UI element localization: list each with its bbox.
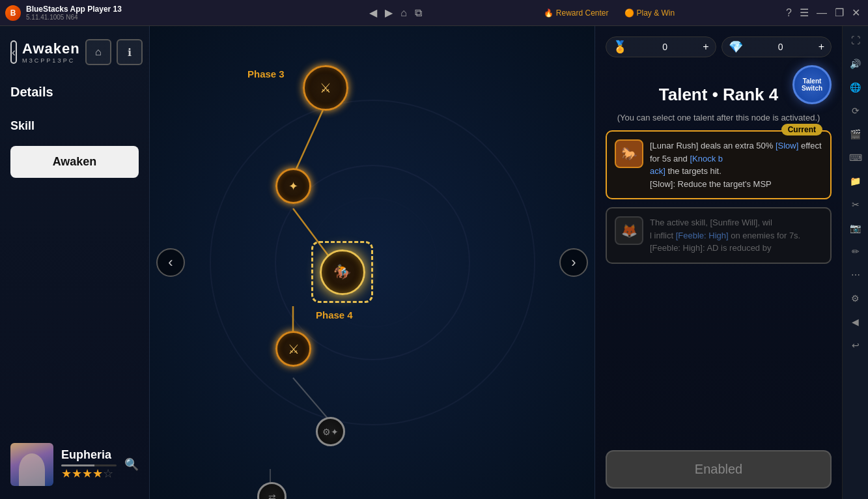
reward-center-button[interactable]: 🔥 Reward Center — [544, 8, 609, 18]
character-search-button[interactable]: 🔍 — [124, 457, 139, 472]
currency-item-2: 💎 0 + — [721, 36, 832, 57]
current-badge: Current — [781, 124, 822, 135]
slow-highlight: [Slow] — [776, 141, 798, 150]
phase3-node[interactable]: ⚔ — [303, 65, 348, 111]
lower-node[interactable]: ⚔ — [275, 331, 311, 367]
brand-name: Awaken — [22, 40, 80, 57]
phase4-label: Phase 4 — [316, 309, 353, 321]
main-content: ‹ Awaken МЗСРР1ЗРС ⌂ ℹ Details Skill Awa… — [0, 26, 842, 499]
rs-globe-icon[interactable]: 🌐 — [847, 78, 865, 96]
talent-switch-button[interactable]: Talent Switch — [792, 65, 832, 104]
filled-stars: ★★★★ — [61, 467, 103, 480]
next-icon: › — [571, 254, 576, 271]
star-node-icon: ✦ — [288, 179, 298, 193]
phase3-node-circle: ⚔ — [303, 65, 348, 111]
taskbar-left: B BlueStacks App Player 13 5.11.41.1005 … — [0, 5, 359, 21]
rs-camera-icon[interactable]: 📷 — [847, 219, 865, 237]
phase3-node-icon: ⚔ — [320, 80, 331, 96]
home-icon: ⌂ — [95, 46, 102, 58]
prev-button[interactable]: ‹ — [156, 248, 185, 277]
lower-node-icon: ⚔ — [288, 341, 300, 357]
talent-icon-1: 🐎 — [621, 146, 637, 162]
taskbar-right: ? ☰ — ❐ ✕ — [786, 7, 868, 19]
close-button[interactable]: ✕ — [852, 7, 860, 19]
talent-switch-line1: Talent — [803, 78, 822, 85]
enabled-button[interactable]: Enabled — [606, 450, 832, 489]
nav-tab-button[interactable]: ⧉ — [415, 7, 422, 19]
awaken-button[interactable]: Awaken — [10, 146, 139, 178]
rs-scissor-icon[interactable]: ✂ — [847, 195, 865, 214]
rs-video-icon[interactable]: 🎬 — [847, 125, 865, 143]
rs-back-icon[interactable]: ◀ — [847, 313, 865, 331]
currency-icon-1: 🏅 — [613, 40, 627, 54]
app-title: BlueStacks App Player 13 — [26, 5, 122, 14]
talent-icon-2: 🦊 — [621, 223, 637, 238]
nav-forward-button[interactable]: ▶ — [385, 7, 393, 19]
menu-button[interactable]: ☰ — [800, 7, 809, 19]
nav-back-button[interactable]: ◀ — [369, 7, 377, 19]
sidebar: ‹ Awaken МЗСРР1ЗРС ⌂ ℹ Details Skill Awa… — [0, 26, 150, 499]
help-button[interactable]: ? — [786, 7, 792, 19]
right-sidebar: ⛶ 🔊 🌐 ⟳ 🎬 ⌨ 📁 ✂ 📷 ✏ ⋯ ⚙ ◀ ↩ — [842, 26, 868, 499]
star-node-circle: ✦ — [275, 168, 311, 204]
info-icon: ℹ — [128, 46, 132, 59]
app-info: BlueStacks App Player 13 5.11.41.1005 N6… — [26, 5, 122, 21]
currency-item-1: 🏅 0 + — [606, 36, 716, 57]
rs-edit-icon[interactable]: ✏ — [847, 242, 865, 261]
phase4-selection-box: 🏇 — [311, 241, 373, 303]
talent-switch-line2: Switch — [802, 85, 822, 92]
currency-value-2: 0 — [747, 42, 815, 52]
details-label: Details — [10, 85, 139, 100]
back-button[interactable]: ‹ — [10, 40, 17, 64]
rs-return-icon[interactable]: ↩ — [847, 336, 865, 354]
rs-folder-icon[interactable]: 📁 — [847, 172, 865, 190]
minimize-button[interactable]: — — [817, 7, 827, 19]
currency-add-button-2[interactable]: + — [819, 41, 824, 53]
currency-icon-2: 💎 — [729, 40, 743, 54]
brand-logo: Awaken МЗСРР1ЗРС — [22, 40, 80, 64]
feeble-highlight: [Feeble: High] — [676, 231, 729, 240]
character-info: Eupheria ★★★★☆ — [61, 448, 117, 481]
phase3-label: Phase 3 — [247, 68, 285, 79]
reward-icon: 🔥 — [544, 8, 553, 18]
empty-stars: ☆ — [103, 467, 113, 480]
talent-card-current[interactable]: Current 🐎 [Lunar Rush] deals an extra 50… — [606, 130, 832, 199]
nav-icons: ⌂ ℹ — [85, 39, 143, 65]
play-win-icon: 🟠 — [624, 8, 634, 18]
svg-line-0 — [293, 104, 326, 176]
gear-node[interactable]: ⚙✦ — [316, 417, 345, 446]
currency-value-1: 0 — [631, 42, 699, 52]
play-win-button[interactable]: 🟠 Play & Win — [624, 8, 675, 18]
talent-card-alt[interactable]: 🦊 The active skill, [Sunfire Will], will… — [606, 207, 832, 264]
rs-expand-icon[interactable]: ⛶ — [847, 31, 865, 50]
talent-subtitle: (You can select one talent after this no… — [606, 113, 832, 122]
rs-settings-icon[interactable]: ⚙ — [847, 289, 865, 307]
rs-more-icon[interactable]: ⋯ — [847, 266, 865, 284]
talent-card-text-1: [Lunar Rush] deals an extra 50% [Slow] e… — [650, 139, 822, 190]
back-icon: ‹ — [12, 46, 16, 59]
talent-card-icon-2: 🦊 — [615, 216, 643, 245]
prev-icon: ‹ — [168, 254, 173, 271]
nav-home-button[interactable]: ⌂ — [400, 7, 407, 19]
rs-keyboard-icon[interactable]: ⌨ — [847, 149, 865, 167]
restore-button[interactable]: ❐ — [835, 7, 844, 19]
character-section: Eupheria ★★★★☆ 🔍 — [10, 443, 139, 486]
talent-card-icon-1: 🐎 — [615, 139, 643, 168]
app-icon: B — [5, 5, 21, 21]
rs-volume-icon[interactable]: 🔊 — [847, 55, 865, 73]
home-nav-button[interactable]: ⌂ — [85, 39, 111, 65]
swap-node-circle: ⇄ — [257, 482, 287, 499]
gear-node-icon: ⚙✦ — [322, 427, 339, 437]
star-node[interactable]: ✦ — [275, 168, 311, 204]
next-button[interactable]: › — [559, 248, 588, 277]
right-panel: 🏅 0 + 💎 0 + Talent Switch Talent • Rank … — [595, 26, 842, 499]
phase4-selected-area: 🏇 — [311, 241, 373, 303]
rs-refresh-icon[interactable]: ⟳ — [847, 102, 865, 120]
currency-add-button-1[interactable]: + — [703, 41, 708, 53]
swap-node[interactable]: ⇄ — [257, 482, 287, 499]
sidebar-header: ‹ Awaken МЗСРР1ЗРС ⌂ ℹ — [10, 39, 139, 65]
skill-label: Skill — [10, 119, 139, 133]
info-nav-button[interactable]: ℹ — [117, 39, 143, 65]
character-avatar — [10, 443, 53, 486]
taskbar-nav: ◀ ▶ ⌂ ⧉ — [359, 7, 432, 19]
